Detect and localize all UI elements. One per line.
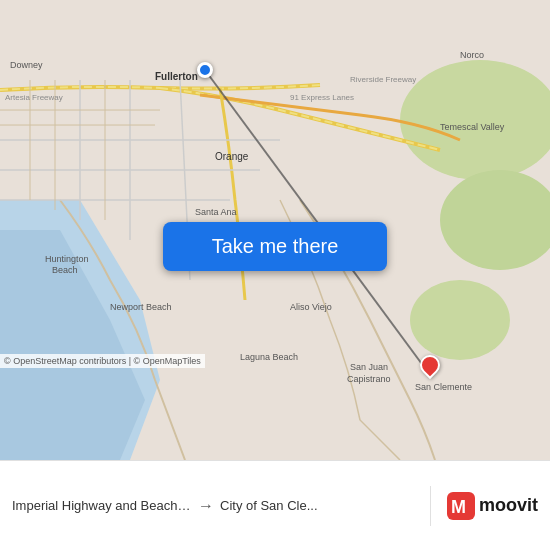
svg-text:91 Express Lanes: 91 Express Lanes — [290, 93, 354, 102]
svg-text:Riverside Freeway: Riverside Freeway — [350, 75, 416, 84]
destination-marker — [420, 355, 440, 375]
arrow-icon: → — [198, 497, 214, 515]
moovit-logo: M moovit — [447, 492, 538, 520]
route-info: Imperial Highway and Beach Bou... → City… — [12, 497, 414, 515]
svg-text:Laguna Beach: Laguna Beach — [240, 352, 298, 362]
svg-text:Huntington: Huntington — [45, 254, 89, 264]
to-location: City of San Cle... — [220, 498, 318, 513]
map-container: Downey Artesia Freeway Fullerton Orange … — [0, 0, 550, 460]
svg-text:Fullerton: Fullerton — [155, 71, 198, 82]
svg-text:M: M — [451, 497, 466, 517]
svg-text:Temescal Valley: Temescal Valley — [440, 122, 505, 132]
divider — [430, 486, 431, 526]
bottom-content: Imperial Highway and Beach Bou... → City… — [0, 486, 550, 526]
svg-text:Norco: Norco — [460, 50, 484, 60]
svg-text:Orange: Orange — [215, 151, 249, 162]
map-attribution: © OpenStreetMap contributors | © OpenMap… — [0, 354, 205, 368]
bottom-bar: Imperial Highway and Beach Bou... → City… — [0, 460, 550, 550]
from-location: Imperial Highway and Beach Bou... — [12, 498, 192, 513]
svg-text:Beach: Beach — [52, 265, 78, 275]
moovit-icon: M — [447, 492, 475, 520]
svg-text:San Clemente: San Clemente — [415, 382, 472, 392]
svg-point-5 — [410, 280, 510, 360]
svg-text:Downey: Downey — [10, 60, 43, 70]
origin-marker — [197, 62, 213, 78]
moovit-wordmark: moovit — [479, 495, 538, 516]
svg-text:Capistrano: Capistrano — [347, 374, 391, 384]
moovit-icon-svg: M — [447, 492, 475, 520]
svg-text:San Juan: San Juan — [350, 362, 388, 372]
svg-text:Aliso Viejo: Aliso Viejo — [290, 302, 332, 312]
svg-text:Santa Ana: Santa Ana — [195, 207, 237, 217]
svg-text:Newport Beach: Newport Beach — [110, 302, 172, 312]
take-me-there-button[interactable]: Take me there — [163, 222, 387, 271]
svg-text:Artesia Freeway: Artesia Freeway — [5, 93, 63, 102]
